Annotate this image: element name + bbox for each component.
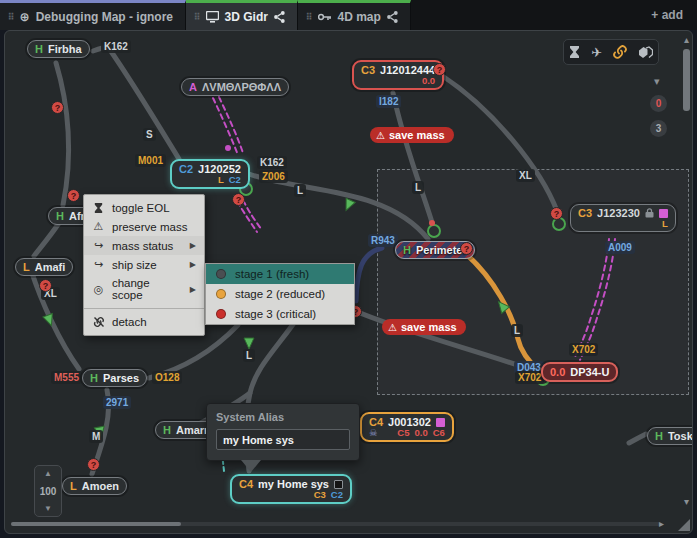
submenu-item-stage3[interactable]: stage 3 (critical) [206, 304, 354, 324]
edge-label: L [412, 181, 424, 194]
menu-item-ship-size[interactable]: ↪ ship size ▶ [84, 255, 204, 274]
alert-count-badge[interactable]: 0 [650, 95, 667, 112]
wormhole-connection[interactable] [93, 47, 179, 159]
system-amoen[interactable]: LAmoen [62, 477, 127, 495]
link-icon[interactable] [613, 45, 627, 59]
hourglass-icon [92, 202, 105, 214]
unknown-question-badge[interactable]: ? [51, 101, 64, 114]
system-text: ΛVΜΘΛΡΘΦΛΛ [202, 81, 281, 93]
system-unknown-shattered[interactable]: AΛVΜΘΛΡΘΦΛΛ [181, 78, 289, 96]
system-text: Perimeter [416, 244, 467, 256]
resize-handle[interactable] [678, 519, 690, 531]
submenu-item-stage1[interactable]: stage 1 (fresh) [206, 264, 354, 284]
system-text: C2 [331, 489, 343, 500]
submenu-item-stage2[interactable]: stage 2 (reduced) [206, 284, 354, 304]
system-j120252[interactable]: C2J120252LC2 [170, 159, 250, 189]
system-text: H [35, 43, 43, 55]
direction-arrow-icon [342, 198, 356, 212]
add-map-button[interactable]: + add [637, 0, 697, 30]
system-text: C3 [314, 489, 326, 500]
dialog-title: System Alias [216, 411, 350, 423]
wormhole-connection[interactable] [249, 174, 428, 239]
unknown-question-badge[interactable]: ? [232, 193, 245, 206]
system-amafi[interactable]: LAmafi [15, 258, 73, 276]
menu-item-preserve-mass[interactable]: ⚠ preserve mass [84, 217, 204, 236]
wormhole-connection[interactable] [580, 239, 615, 360]
unknown-question-badge[interactable]: ? [460, 242, 473, 255]
wormhole-connection[interactable] [56, 63, 69, 205]
wormhole-connection[interactable] [393, 93, 434, 229]
wormhole-connection[interactable] [629, 434, 646, 443]
horizontal-scrollbar[interactable] [11, 522, 181, 526]
system-j12012444[interactable]: C3J120124440.0 [352, 60, 444, 90]
map-canvas[interactable]: HFirbhaAΛVΜΘΛΡΘΦΛΛC3J120124440.0C2J12025… [4, 30, 693, 534]
warning-icon: ⚠ [92, 220, 105, 233]
unknown-question-badge[interactable]: ? [550, 207, 563, 220]
system-firbha[interactable]: HFirbha [27, 40, 90, 58]
tab-debugging-map[interactable]: ⠿ ⊕ Debugging Map - ignore [0, 0, 186, 30]
scroll-up-arrow[interactable]: ▴ [684, 34, 689, 45]
menu-item-toggle-eol[interactable]: toggle EOL [84, 199, 204, 217]
menu-item-change-scope[interactable]: ◎ change scope ▶ [84, 274, 204, 304]
submenu-caret-icon: ▶ [190, 241, 196, 250]
submenu-caret-icon: ▶ [190, 285, 196, 294]
unknown-question-badge[interactable]: ? [433, 63, 446, 76]
system-j001302[interactable]: C4J001302☠C50.0C6 [360, 412, 454, 442]
menu-item-detach[interactable]: detach [84, 313, 204, 331]
curved-arrow-icon: ↪ [92, 258, 105, 271]
wormhole-connection[interactable] [219, 97, 243, 153]
vertical-scrollbar[interactable] [683, 49, 690, 111]
system-j123230[interactable]: C3J123230L [570, 204, 676, 232]
tab-4d-map[interactable]: ⠿ 4D map [298, 0, 411, 30]
alias-input[interactable] [216, 429, 350, 450]
share-icon[interactable] [387, 11, 398, 23]
tab-label: 4D map [338, 10, 381, 24]
drag-grip-icon: ⠿ [306, 12, 312, 22]
zoom-out-button[interactable]: ▼ [44, 504, 52, 513]
system-text: H [56, 210, 64, 222]
system-dp34-u[interactable]: 0.0DP34-U [541, 362, 618, 382]
system-text: H [90, 372, 98, 384]
tags-icon[interactable] [638, 46, 653, 59]
system-text: L [23, 261, 30, 273]
menu-divider [84, 308, 204, 309]
count-badge[interactable]: 3 [650, 120, 667, 137]
system-text: C3 [578, 207, 592, 219]
tab-3d-gidr[interactable]: ⠿ 3D Gidr [186, 0, 298, 30]
unknown-question-badge[interactable]: ? [87, 458, 100, 471]
unknown-question-badge[interactable]: ? [39, 279, 52, 292]
edge-label: Z006 [259, 170, 288, 183]
system-tos[interactable]: HTosk [647, 427, 693, 445]
stage2-dot-icon [216, 289, 226, 299]
edge-label: K162 [257, 156, 287, 169]
edge-label: M001 [135, 154, 166, 167]
system-parses[interactable]: HParses [82, 369, 147, 387]
menu-item-mass-status[interactable]: ↪ mass status ▶ [84, 236, 204, 255]
edge-label: O128 [152, 371, 182, 384]
unknown-question-badge[interactable]: ? [67, 189, 80, 202]
system-text: H [655, 430, 663, 442]
scroll-down-arrow[interactable]: ▾ [684, 496, 689, 507]
scroll-right-arrow[interactable]: ▸ [659, 518, 664, 529]
zoom-in-button[interactable]: ▲ [44, 469, 52, 478]
chevron-down-icon[interactable]: ▾ [654, 75, 660, 88]
save-mass-badge: ⚠save mass [382, 319, 466, 335]
system-my-home-sys[interactable]: C4my Home sysC3C2 [230, 474, 352, 504]
jet-icon[interactable]: ✈ [591, 45, 602, 60]
system-text: Firbha [48, 43, 82, 55]
edge-label: M555 [51, 371, 82, 384]
dialog-pointer [241, 460, 261, 472]
edge-label: L [511, 324, 523, 337]
curved-arrow-icon: ↪ [92, 239, 105, 252]
wormhole-connection[interactable] [34, 223, 59, 256]
share-icon[interactable] [274, 11, 285, 23]
tab-label: Debugging Map - ignore [36, 10, 173, 24]
drag-grip-icon: ⠿ [194, 12, 200, 22]
hourglass-icon[interactable] [569, 45, 580, 59]
stage3-dot-icon [216, 309, 226, 319]
wormhole-connection[interactable] [441, 75, 557, 211]
system-text: C2 [229, 174, 241, 185]
wormhole-connection[interactable] [574, 239, 609, 359]
wormhole-connection[interactable] [356, 248, 382, 301]
direction-arrow-icon [244, 338, 254, 349]
